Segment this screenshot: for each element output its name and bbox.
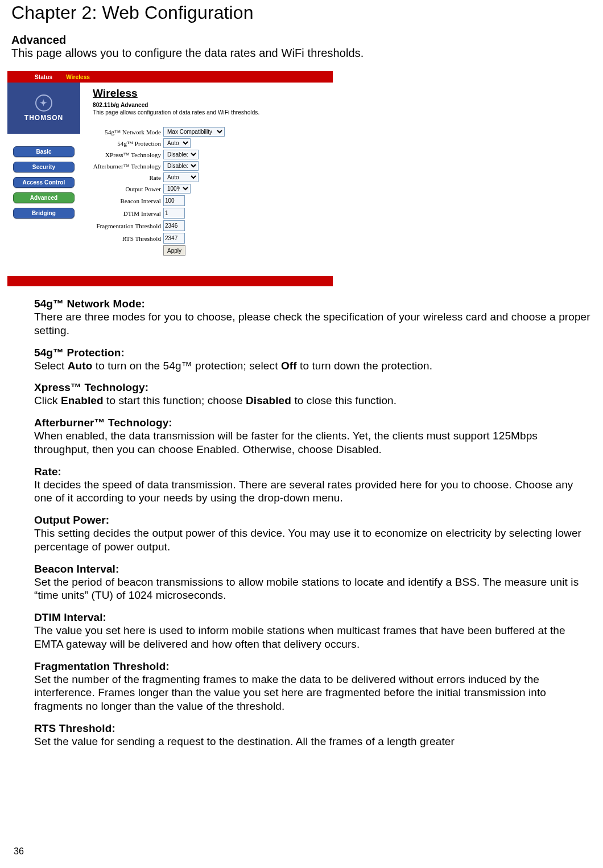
nav-advanced[interactable]: Advanced (13, 192, 75, 203)
def-xpress-desc: Click Enabled to start this function; ch… (34, 394, 592, 408)
beacon-input[interactable] (163, 195, 185, 206)
panel-subtitle: 802.11b/g Advanced (93, 102, 333, 108)
def-beacon-term: Beacon Interval: (34, 563, 592, 575)
def-frag-desc: Set the number of the fragmenting frames… (34, 673, 592, 713)
dtim-input[interactable] (163, 208, 185, 219)
network-mode-select[interactable]: Max Compatibility (163, 127, 225, 137)
def-afterburner-desc: When enabled, the data transmission will… (34, 429, 592, 456)
tab-bar: Status Wireless (7, 71, 333, 83)
xpress-select[interactable]: Disabled (163, 150, 199, 159)
def-rate-term: Rate: (34, 466, 592, 478)
nav-bridging[interactable]: Bridging (13, 208, 75, 219)
def-network-mode-term: 54g™ Network Mode: (34, 298, 592, 310)
network-mode-label: 54g™ Network Mode (93, 129, 163, 135)
rate-label: Rate (93, 174, 163, 181)
def-xpress-term: Xpress™ Technology: (34, 381, 592, 394)
section-title: Advanced (11, 34, 592, 47)
afterburner-select[interactable]: Disabled (163, 161, 199, 171)
rate-select[interactable]: Auto (163, 172, 199, 182)
nav-access-control[interactable]: Access Control (13, 177, 75, 188)
brand-logo-text: THOMSON (24, 114, 63, 122)
protection-label: 54g™ Protection (93, 140, 163, 147)
def-output-power-desc: This setting decides the output power of… (34, 526, 592, 554)
def-output-power-term: Output Power: (34, 514, 592, 526)
def-rate-desc: It decides the speed of data transmissio… (34, 478, 592, 505)
output-power-label: Output Power (93, 186, 163, 192)
def-dtim-term: DTIM Interval: (34, 611, 592, 624)
def-rts-term: RTS Threshold: (34, 722, 592, 735)
def-protection-desc: Select Auto to turn on the 54g™ protecti… (34, 359, 592, 373)
dtim-label: DTIM Interval (93, 210, 163, 217)
frag-label: Fragmentation Threshold (93, 223, 163, 229)
def-network-mode-desc: There are three modes for you to choose,… (34, 310, 592, 338)
def-rts-desc: Set the value for sending a request to t… (34, 735, 592, 748)
brand-logo-icon: ✦ (35, 94, 52, 112)
def-afterburner-term: Afterburner™ Technology: (34, 417, 592, 429)
brand-logo: ✦ THOMSON (7, 83, 80, 134)
tab-status[interactable]: Status (28, 74, 59, 80)
beacon-label: Beacon Interval (93, 198, 163, 204)
afterburner-label: Afterburner™ Technology (93, 163, 163, 170)
xpress-label: XPress™ Technology (93, 151, 163, 158)
protection-select[interactable]: Auto (163, 138, 191, 148)
chapter-title: Chapter 2: Web Configuration (11, 2, 592, 23)
tab-wireless[interactable]: Wireless (59, 74, 97, 80)
screenshot-panel: Status Wireless ✦ THOMSON Basic Security… (7, 71, 333, 286)
panel-description: This page allows configuration of data r… (93, 109, 333, 116)
panel-title: Wireless (93, 87, 333, 100)
output-power-select[interactable]: 100% (163, 184, 191, 194)
apply-button[interactable]: Apply (163, 245, 185, 256)
def-protection-term: 54g™ Protection: (34, 347, 592, 359)
def-dtim-desc: The value you set here is used to inform… (34, 624, 592, 651)
rts-input[interactable] (163, 233, 185, 244)
intro-text: This page allows you to configure the da… (11, 47, 592, 60)
nav-basic[interactable]: Basic (13, 146, 75, 157)
page-number: 36 (14, 846, 24, 857)
def-frag-term: Fragmentation Threshold: (34, 660, 592, 673)
frag-input[interactable] (163, 220, 185, 231)
def-beacon-desc: Set the period of beacon transmissions t… (34, 575, 592, 603)
nav-security[interactable]: Security (13, 162, 75, 172)
rts-label: RTS Threshold (93, 235, 163, 242)
screenshot-footer-bar (7, 276, 333, 286)
